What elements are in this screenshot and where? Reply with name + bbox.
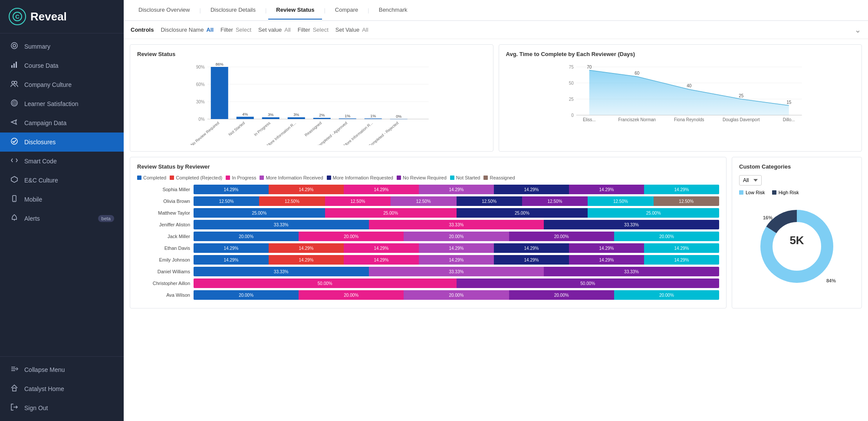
low-risk-dot — [739, 190, 743, 195]
stacked-segment: 20.00% — [299, 290, 404, 300]
sidebar-item-label: Alerts — [24, 215, 40, 222]
logo-area: C Reveal — [0, 0, 124, 33]
svg-rect-6 — [16, 62, 17, 68]
stacked-bar: 20.00%20.00%20.00%20.00%20.00% — [194, 232, 719, 241]
logo-icon: C — [9, 8, 26, 25]
legend-no-review: No Review Required — [397, 175, 447, 180]
legend-label: In Progress — [232, 175, 256, 180]
sidebar-item-collapse[interactable]: Collapse Menu — [0, 360, 124, 379]
content-area: Review Status 90% 60% 30% 0% — [124, 39, 868, 421]
legend-label: No Review Required — [403, 175, 447, 180]
filter2-val[interactable]: Select — [313, 27, 329, 33]
legend-completed: Completed — [137, 175, 166, 180]
sidebar-item-ec-culture[interactable]: E&C Culture — [0, 171, 124, 190]
set-value2-key: Set Value — [335, 27, 359, 33]
svg-point-7 — [12, 81, 14, 84]
avg-time-card: Avg. Time to Complete by Each Reviewer (… — [499, 44, 862, 152]
reviewer-name: Daniel Williams — [137, 269, 194, 274]
stacked-segment: 14.29% — [644, 243, 719, 253]
stacked-segment: 25.00% — [194, 208, 325, 218]
low-risk-label: Low Risk — [746, 190, 765, 195]
stacked-segment: 33.33% — [544, 267, 719, 276]
reviewer-row: Jack Miller20.00%20.00%20.00%20.00%20.00… — [137, 232, 719, 241]
sidebar-item-label: Disclosures — [24, 139, 56, 146]
set-value2-val[interactable]: All — [362, 27, 368, 33]
svg-rect-4 — [11, 65, 13, 68]
sidebar-item-disclosures[interactable]: Disclosures — [0, 133, 124, 152]
reviewer-row: Olivia Brown12.50%12.50%12.50%12.50%12.5… — [137, 196, 719, 206]
legend-not-started: Not Started — [450, 175, 480, 180]
stacked-segment: 14.29% — [494, 243, 569, 253]
beta-badge: beta — [98, 215, 114, 222]
svg-text:0%: 0% — [396, 114, 401, 119]
sidebar-item-sign-out[interactable]: Sign Out — [0, 398, 124, 418]
legend-label: Completed — [143, 175, 166, 180]
svg-rect-38 — [288, 117, 305, 119]
app-title: Reveal — [30, 10, 67, 23]
sidebar-item-campaign-data[interactable]: Campaign Data — [0, 113, 124, 133]
svg-text:2%: 2% — [319, 113, 325, 117]
tabs-bar: Disclosure Overview | Disclosure Details… — [124, 0, 868, 21]
disclosure-name-val[interactable]: All — [206, 27, 214, 33]
donut-legend-low-risk: Low Risk — [739, 190, 765, 195]
tab-disclosure-details[interactable]: Disclosure Details — [203, 1, 263, 20]
stacked-segment: 20.00% — [299, 232, 404, 241]
stacked-segment: 14.29% — [419, 243, 494, 253]
review-status-chart: 90% 60% 30% 0% 86% 4% — [137, 63, 486, 145]
review-status-title: Review Status — [137, 51, 486, 57]
stacked-segment: 14.29% — [569, 255, 644, 265]
sidebar-item-course-data[interactable]: Course Data — [0, 56, 124, 75]
svg-point-16 — [14, 200, 15, 201]
svg-text:25: 25 — [739, 93, 744, 98]
mobile-icon — [10, 195, 19, 204]
svg-text:90%: 90% — [196, 65, 205, 70]
company-culture-icon — [10, 80, 19, 90]
stacked-segment: 20.00% — [404, 290, 509, 300]
top-row: Review Status 90% 60% 30% 0% — [130, 44, 862, 152]
sidebar-item-learner-satisfaction[interactable]: Learner Satisfaction — [0, 94, 124, 113]
legend-dot-completed — [137, 176, 141, 180]
stacked-segment: 14.29% — [269, 255, 344, 265]
sidebar-item-label: Course Data — [24, 62, 59, 69]
reviewer-row: Ava Wilson20.00%20.00%20.00%20.00%20.00% — [137, 290, 719, 300]
sidebar-item-label: Collapse Menu — [24, 366, 65, 373]
reviewer-name: Olivia Brown — [137, 199, 194, 204]
stacked-segment: 14.29% — [494, 255, 569, 265]
sidebar-item-catalyst-home[interactable]: Catalyst Home — [0, 379, 124, 398]
svg-text:50: 50 — [569, 81, 574, 86]
sidebar-item-alerts[interactable]: Alerts beta — [0, 209, 124, 228]
custom-cat-dropdown[interactable]: All — [739, 175, 762, 186]
set-value1-val[interactable]: All — [284, 27, 290, 33]
svg-text:0: 0 — [571, 113, 574, 118]
catalyst-home-icon — [10, 384, 19, 394]
svg-text:Not Started: Not Started — [228, 121, 246, 137]
tab-disclosure-overview[interactable]: Disclosure Overview — [131, 1, 197, 20]
svg-text:1%: 1% — [370, 114, 376, 118]
legend-dot-reassigned — [483, 176, 488, 180]
reviewer-name: Ethan Davis — [137, 245, 194, 251]
tab-compare[interactable]: Compare — [327, 1, 366, 20]
donut-legend: Low Risk High Risk — [739, 190, 855, 195]
reviewer-name: Matthew Taylor — [137, 210, 194, 215]
controls-label: Controls — [131, 27, 154, 33]
stacked-segment: 33.33% — [194, 220, 369, 229]
sidebar-item-mobile[interactable]: Mobile — [0, 190, 124, 209]
sidebar-item-summary[interactable]: Summary — [0, 37, 124, 56]
tab-review-status[interactable]: Review Status — [268, 1, 322, 20]
filter1-val[interactable]: Select — [236, 27, 251, 33]
tab-benchmark[interactable]: Benchmark — [371, 1, 415, 20]
legend-label: More Information Requested — [333, 175, 393, 180]
filter-bar: Controls Disclosure Name All Filter Sele… — [124, 21, 868, 39]
sidebar-item-smart-code[interactable]: Smart Code — [0, 152, 124, 171]
filter-dropdown-icon[interactable]: ⌄ — [855, 25, 861, 35]
set-value1-key: Set value — [258, 27, 282, 33]
stacked-segment: 25.00% — [588, 208, 719, 218]
stacked-segment: 50.00% — [457, 278, 720, 288]
sidebar: C Reveal Summary Course Data Company Cul… — [0, 0, 124, 421]
stacked-segment: 25.00% — [457, 208, 588, 218]
stacked-segment: 12.50% — [588, 196, 653, 206]
sidebar-item-company-culture[interactable]: Company Culture — [0, 75, 124, 94]
svg-rect-21 — [13, 388, 16, 391]
reviewer-row: Jeniffer Aliston33.33%33.33%33.33% — [137, 220, 719, 229]
stacked-bar: 14.29%14.29%14.29%14.29%14.29%14.29%14.2… — [194, 255, 719, 265]
